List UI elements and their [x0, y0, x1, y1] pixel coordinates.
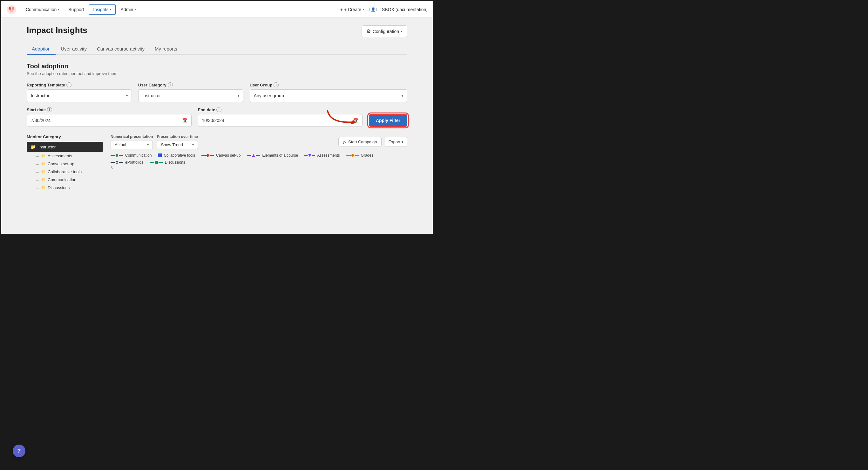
- tab-user-activity[interactable]: User activity: [56, 43, 92, 55]
- nav-communication[interactable]: Communication ▾: [22, 5, 64, 14]
- folder-icon: 📁: [41, 170, 46, 174]
- reporting-template-select[interactable]: Instructor ▾: [27, 89, 132, 102]
- monitor-category-title: Monitor Category: [27, 134, 103, 139]
- chart-actions: ▷ Start Campaign Export ▾: [338, 137, 407, 147]
- legend-eportfolios: ePortfolios: [111, 160, 143, 165]
- svg-point-3: [10, 9, 13, 12]
- apply-filter-container: Apply Filter: [369, 114, 407, 127]
- folder-icon: 📁: [41, 186, 46, 190]
- chart-controls: Numerical presentation Actual ▾ Presenta…: [111, 134, 407, 149]
- info-icon[interactable]: i: [274, 82, 279, 87]
- account-label[interactable]: SBOX (documentation): [382, 7, 428, 12]
- start-date-label: Start date i: [27, 107, 192, 112]
- monitor-children: 📁 Assessments 📁 Canvas set-up 📁 Collabor…: [27, 152, 103, 192]
- chevron-down-icon: ▾: [110, 8, 112, 11]
- folder-icon: 📁: [41, 178, 46, 182]
- monitor-category-sidebar: Monitor Category 📁 Instructor 📁 Assessme…: [27, 134, 103, 192]
- play-icon: ▷: [343, 139, 346, 144]
- export-button[interactable]: Export ▾: [384, 137, 407, 147]
- red-arrow-annotation: [324, 108, 363, 127]
- legend-canvas-setup: Canvas set-up: [202, 153, 241, 158]
- apply-filter-button[interactable]: Apply Filter: [369, 114, 407, 127]
- folder-icon: 📁: [41, 162, 46, 166]
- time-label: Presentation over time: [157, 134, 197, 139]
- chevron-down-icon: ▾: [58, 8, 59, 11]
- chevron-down-icon: ▾: [147, 143, 149, 147]
- chevron-down-icon: ▾: [134, 8, 136, 11]
- date-row: Start date i 7/30/2024 📅 End date i: [27, 107, 407, 127]
- svg-point-1: [8, 7, 11, 9]
- chevron-down-icon: ▾: [402, 94, 403, 98]
- monitor-child-disc[interactable]: 📁 Discussions: [27, 184, 103, 192]
- gear-icon: ⚙: [366, 28, 371, 34]
- user-group-label: User Group i: [250, 82, 407, 87]
- chevron-down-icon: ▾: [192, 143, 194, 147]
- info-icon[interactable]: i: [216, 107, 221, 112]
- nav-right: + + Create ▾ 👤 SBOX (documentation): [340, 6, 428, 13]
- svg-point-2: [12, 7, 14, 9]
- user-category-label: User Category i: [138, 82, 243, 87]
- start-date-input[interactable]: 7/30/2024 📅: [27, 114, 192, 127]
- reporting-template-group: Reporting Template i Instructor ▾: [27, 82, 132, 102]
- configuration-button[interactable]: ⚙ Configuration ▾: [362, 25, 407, 37]
- section-title: Tool adoption: [27, 63, 407, 70]
- numerical-label: Numerical presentation: [111, 134, 153, 139]
- chevron-down-icon: ▾: [401, 30, 403, 33]
- chevron-down-icon: ▾: [126, 94, 128, 98]
- plus-icon: +: [340, 7, 343, 12]
- time-presentation-group: Presentation over time Show Trend ▾: [157, 134, 197, 149]
- nav-insights[interactable]: Insights ▾: [89, 4, 116, 14]
- tab-canvas-course[interactable]: Canvas course activity: [92, 43, 150, 55]
- user-group-group: User Group i Any user group ▾: [250, 82, 407, 102]
- main-content: Impact Insights ⚙ Configuration ▾ Adopti…: [1, 18, 433, 234]
- chevron-down-icon: ▾: [238, 94, 239, 98]
- chevron-down-icon: ▾: [363, 8, 364, 11]
- page-header: Impact Insights ⚙ Configuration ▾: [27, 25, 407, 37]
- monitor-item-instructor[interactable]: 📁 Instructor: [27, 142, 103, 152]
- svg-point-0: [7, 5, 16, 14]
- inner-frame: Communication ▾ Support Insights ▾ Admin…: [1, 1, 433, 234]
- app-logo[interactable]: [6, 4, 17, 14]
- nav-support[interactable]: Support: [64, 5, 88, 14]
- monitor-child-assessments[interactable]: 📁 Assessments: [27, 152, 103, 160]
- monitor-child-canvas[interactable]: 📁 Canvas set-up: [27, 160, 103, 168]
- bottom-section: Monitor Category 📁 Instructor 📁 Assessme…: [27, 134, 407, 192]
- user-group-select[interactable]: Any user group ▾: [250, 89, 407, 102]
- tab-my-reports[interactable]: My reports: [150, 43, 182, 55]
- filter-row-1: Reporting Template i Instructor ▾ User C…: [27, 82, 407, 102]
- monitor-child-collab[interactable]: 📁 Collaborative tools: [27, 168, 103, 176]
- navbar: Communication ▾ Support Insights ▾ Admin…: [1, 1, 433, 18]
- create-button[interactable]: + + Create ▾: [340, 7, 364, 12]
- info-icon[interactable]: i: [66, 82, 71, 87]
- info-icon[interactable]: i: [168, 82, 173, 87]
- page-title: Impact Insights: [27, 25, 87, 35]
- chart-number: 5: [111, 166, 407, 170]
- folder-icon: 📁: [31, 144, 36, 149]
- numerical-presentation-group: Numerical presentation Actual ▾: [111, 134, 153, 149]
- legend-elements: Elements of a course: [247, 153, 298, 158]
- tabs: Adoption User activity Canvas course act…: [27, 43, 407, 55]
- legend-grades: Grades: [346, 153, 373, 158]
- app-wrapper: Communication ▾ Support Insights ▾ Admin…: [0, 0, 434, 235]
- user-category-select[interactable]: Instructor ▾: [138, 89, 243, 102]
- user-avatar-icon[interactable]: 👤: [369, 6, 377, 13]
- tab-adoption[interactable]: Adoption: [27, 43, 56, 55]
- nav-admin[interactable]: Admin ▾: [117, 5, 141, 14]
- chart-legend: Communication Collaborative tools: [111, 153, 407, 165]
- folder-icon: 📁: [41, 154, 46, 158]
- info-icon[interactable]: i: [47, 107, 52, 112]
- legend-communication: Communication: [111, 153, 152, 158]
- legend-discussions: Discussions: [150, 160, 185, 165]
- nav-items: Communication ▾ Support Insights ▾ Admin…: [22, 4, 339, 14]
- time-dropdown[interactable]: Show Trend ▾: [157, 140, 197, 149]
- start-date-group: Start date i 7/30/2024 📅: [27, 107, 192, 127]
- monitor-child-comm[interactable]: 📁 Communication: [27, 176, 103, 184]
- legend-collab-tools: Collaborative tools: [158, 153, 195, 158]
- reporting-template-label: Reporting Template i: [27, 82, 132, 87]
- calendar-icon: 📅: [182, 118, 187, 123]
- user-category-group: User Category i Instructor ▾: [138, 82, 243, 102]
- start-campaign-button[interactable]: ▷ Start Campaign: [338, 137, 381, 147]
- chart-area: Numerical presentation Actual ▾ Presenta…: [103, 134, 407, 192]
- numerical-dropdown[interactable]: Actual ▾: [111, 140, 153, 149]
- chevron-down-icon: ▾: [402, 140, 403, 144]
